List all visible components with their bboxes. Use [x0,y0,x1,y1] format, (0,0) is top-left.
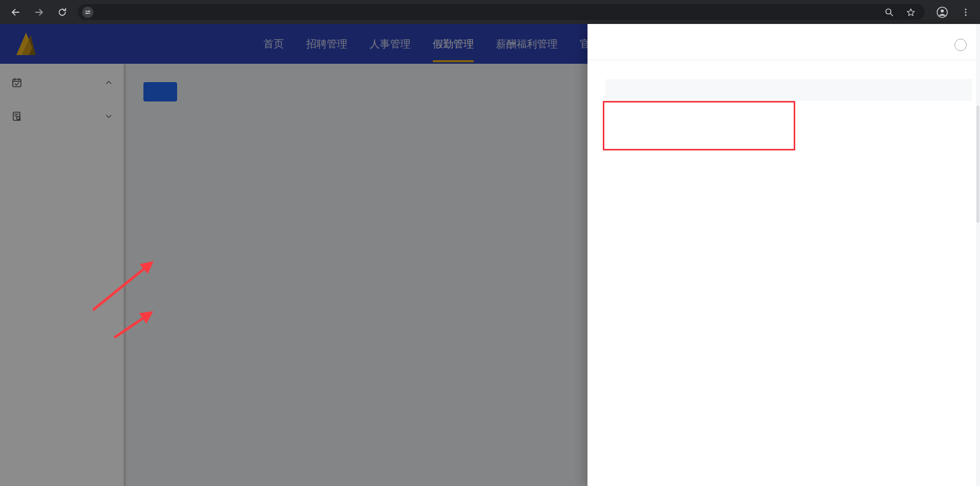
browser-forward-button[interactable] [32,5,47,20]
browser-profile-button[interactable] [935,5,950,20]
reload-icon [57,7,67,17]
drawer-titlebar [587,24,980,60]
close-button[interactable] [954,39,967,51]
browser-toolbar [0,0,980,24]
magnifier-icon [885,8,894,17]
zoom-page-icon[interactable] [883,6,895,18]
site-settings-icon[interactable] [82,7,93,18]
tune-icon [85,9,91,15]
browser-menu-button[interactable] [958,5,973,20]
scrollbar-thumb[interactable] [976,106,979,223]
browser-reload-button[interactable] [55,5,70,20]
forward-arrow-icon [34,7,44,17]
one-click-check-drawer [587,24,980,486]
address-bar[interactable] [78,4,925,20]
browser-back-button[interactable] [8,5,23,20]
avatar-icon [936,6,948,18]
three-dots-icon [961,8,970,17]
check-result-table [605,79,972,101]
bookmark-star-icon[interactable] [904,6,917,18]
star-icon [906,8,916,17]
check-table-header [605,79,972,101]
back-arrow-icon [10,7,20,17]
drawer-scrollbar[interactable] [976,24,980,486]
